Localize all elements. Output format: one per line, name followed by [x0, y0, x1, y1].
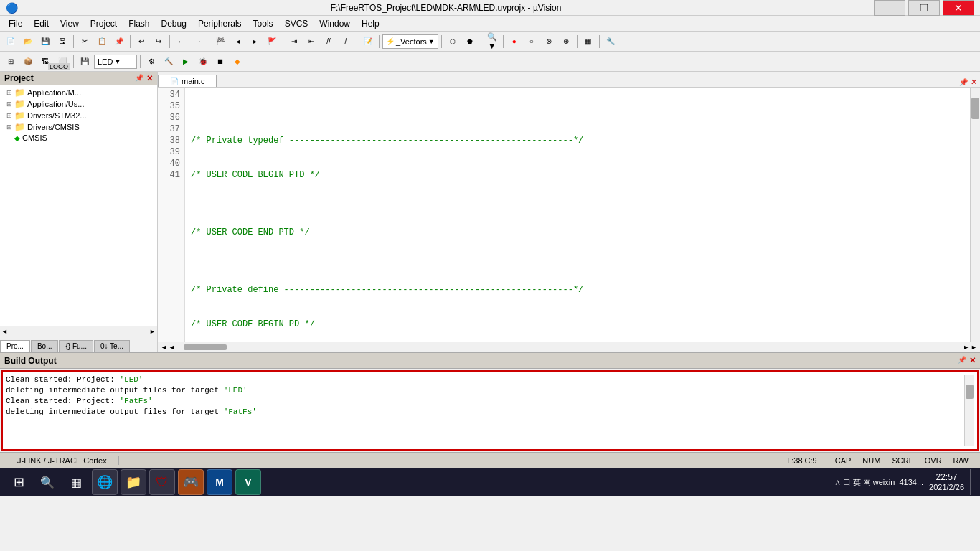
- proj-tab-bo[interactable]: Bo...: [31, 340, 59, 352]
- proj-tab-pro[interactable]: Pro...: [0, 340, 30, 352]
- save-btn[interactable]: 💾: [37, 34, 53, 50]
- search-btn[interactable]: 🔍: [34, 469, 60, 495]
- editor-pin[interactable]: 📌: [959, 78, 968, 86]
- tree-item-app-m[interactable]: ⊞ 📁 Application/M...: [4, 87, 156, 98]
- tb2-debug-btn[interactable]: 🐞: [195, 54, 211, 70]
- app3[interactable]: 🛡: [149, 469, 175, 495]
- open-btn[interactable]: 📂: [20, 34, 36, 50]
- stop-btn[interactable]: ○: [524, 34, 540, 50]
- build-pin[interactable]: 📌: [958, 356, 966, 365]
- settings-btn[interactable]: 🔧: [603, 34, 618, 50]
- menu-edit[interactable]: Edit: [28, 17, 55, 30]
- menu-tools[interactable]: Tools: [248, 17, 279, 30]
- unindent-btn[interactable]: ⇤: [303, 34, 319, 50]
- expander[interactable]: ⊞: [4, 100, 14, 108]
- tb2-build-btn[interactable]: 🔨: [161, 54, 176, 70]
- tree-item-cmsis[interactable]: ◆ CMSIS: [4, 133, 156, 143]
- expander[interactable]: ⊞: [4, 123, 14, 131]
- proj-tab-fu[interactable]: {} Fu...: [59, 340, 93, 352]
- code-content[interactable]: /* Private typedef ---------------------…: [185, 88, 970, 342]
- save-all-btn[interactable]: 🖫: [55, 34, 70, 50]
- cut-btn[interactable]: ✂: [77, 34, 93, 50]
- app5[interactable]: M: [207, 469, 232, 495]
- edge-app[interactable]: 🌐: [92, 469, 118, 495]
- status-bar: J-LINK / J-TRACE Cortex L:38 C:9 CAP NUM…: [0, 452, 980, 468]
- prev-bookmark-btn[interactable]: ◂: [230, 34, 245, 50]
- btn-b[interactable]: ⬟: [462, 34, 478, 50]
- tray-icons: ∧ 口 英 网 weixin_4134...: [834, 477, 924, 488]
- main-area: Project 📌 ✕ ⊞ 📁 Application/M... ⊞ 📁 App…: [0, 72, 980, 352]
- redo-btn[interactable]: ↪: [151, 34, 166, 50]
- proj-hscroll[interactable]: [0, 326, 157, 336]
- tree-item-drivers-cmsis[interactable]: ⊞ 📁 Drivers/CMSIS: [4, 121, 156, 133]
- menu-peripherals[interactable]: Peripherals: [192, 17, 248, 30]
- tb2-diamond-btn[interactable]: ◆: [230, 54, 245, 70]
- menu-debug[interactable]: Debug: [156, 17, 192, 30]
- taskview-btn[interactable]: ▦: [63, 469, 89, 495]
- project-close[interactable]: ✕: [146, 74, 153, 83]
- start-button[interactable]: ⊞: [6, 469, 32, 495]
- menu-file[interactable]: File: [3, 17, 28, 30]
- explorer-app[interactable]: 📁: [121, 469, 146, 495]
- taskbar-clock[interactable]: 22:57 2021/2/26: [929, 472, 964, 492]
- build-line-3: Clean started: Project: 'FatFs': [6, 396, 964, 407]
- tb2-save-btn[interactable]: 💾: [77, 54, 93, 70]
- undo-btn[interactable]: ↩: [133, 34, 149, 50]
- editor-tab-mainc[interactable]: 📄 main.c: [158, 75, 217, 87]
- menu-flash[interactable]: Flash: [123, 17, 155, 30]
- tb2-btn2[interactable]: 📦: [20, 54, 36, 70]
- nav-back-btn[interactable]: ←: [173, 34, 189, 50]
- clear-bookmark-btn[interactable]: 🚩: [264, 34, 280, 50]
- find-btn[interactable]: 🔍▼: [484, 34, 500, 50]
- play-btn[interactable]: ⊗: [541, 34, 557, 50]
- tb2-stop-btn[interactable]: ⏹: [212, 54, 228, 70]
- scroll-right-icon[interactable]: ►: [963, 344, 969, 351]
- tb2-config-btn[interactable]: ⚙: [143, 54, 159, 70]
- vectors-combo[interactable]: ⚡ _Vectors ▼: [382, 34, 438, 49]
- comment-btn[interactable]: //: [321, 34, 336, 50]
- tb2-btn4[interactable]: LOGO ⬜: [55, 54, 70, 70]
- tree-item-app-u[interactable]: ⊞ 📁 Application/Us...: [4, 98, 156, 110]
- indent-btn[interactable]: ⇥: [286, 34, 302, 50]
- nav-fwd-btn[interactable]: →: [190, 34, 206, 50]
- show-desktop[interactable]: [970, 469, 974, 495]
- snippet-btn[interactable]: 📝: [360, 34, 376, 50]
- proj-tab-te[interactable]: 0↓ Te...: [94, 340, 130, 352]
- multi-btn[interactable]: ⊕: [558, 34, 574, 50]
- paste-btn[interactable]: 📌: [111, 34, 127, 50]
- menu-project[interactable]: Project: [85, 17, 123, 30]
- minimize-button[interactable]: —: [874, 0, 905, 16]
- project-pin[interactable]: 📌: [135, 74, 143, 83]
- close-button[interactable]: ✕: [943, 0, 974, 16]
- tb2-run-btn[interactable]: ▶: [178, 54, 194, 70]
- expander[interactable]: ⊞: [4, 112, 14, 119]
- menu-window[interactable]: Window: [314, 17, 356, 30]
- bookmark-btn[interactable]: 🏁: [212, 34, 228, 50]
- record-btn[interactable]: ●: [507, 34, 522, 50]
- editor-scrollbar-bottom[interactable]: ◄ ►: [158, 342, 980, 352]
- scroll-left-icon[interactable]: ◄: [169, 344, 175, 351]
- view-btn[interactable]: ▦: [580, 34, 596, 50]
- vectors-dropdown-icon[interactable]: ▼: [428, 38, 435, 45]
- led-combo[interactable]: LED ▼: [94, 55, 137, 69]
- expander[interactable]: ⊞: [4, 89, 14, 96]
- restore-button[interactable]: ❐: [908, 0, 940, 16]
- tree-item-drivers-stm[interactable]: ⊞ 📁 Drivers/STM32...: [4, 110, 156, 121]
- editor-scrollbar-right[interactable]: [970, 88, 980, 342]
- menu-help[interactable]: Help: [356, 17, 385, 30]
- new-file-btn[interactable]: 📄: [3, 34, 19, 50]
- menu-svcs[interactable]: SVCS: [279, 17, 314, 30]
- build-close[interactable]: ✕: [969, 356, 976, 365]
- app6[interactable]: V: [235, 469, 261, 495]
- next-bookmark-btn[interactable]: ▸: [247, 34, 263, 50]
- editor-close[interactable]: ✕: [971, 77, 977, 87]
- btn-a[interactable]: ⬡: [445, 34, 461, 50]
- build-scrollbar[interactable]: [964, 375, 974, 446]
- code-area: 34 35 36 37 38 39 40 41 /* Private typed…: [158, 88, 980, 342]
- led-dropdown-icon[interactable]: ▼: [114, 58, 121, 65]
- tb2-btn1[interactable]: ⊞: [3, 54, 19, 70]
- uncomment-btn[interactable]: /: [338, 34, 354, 50]
- copy-btn[interactable]: 📋: [94, 34, 110, 50]
- menu-view[interactable]: View: [55, 17, 85, 30]
- app4[interactable]: 🎮: [178, 469, 204, 495]
